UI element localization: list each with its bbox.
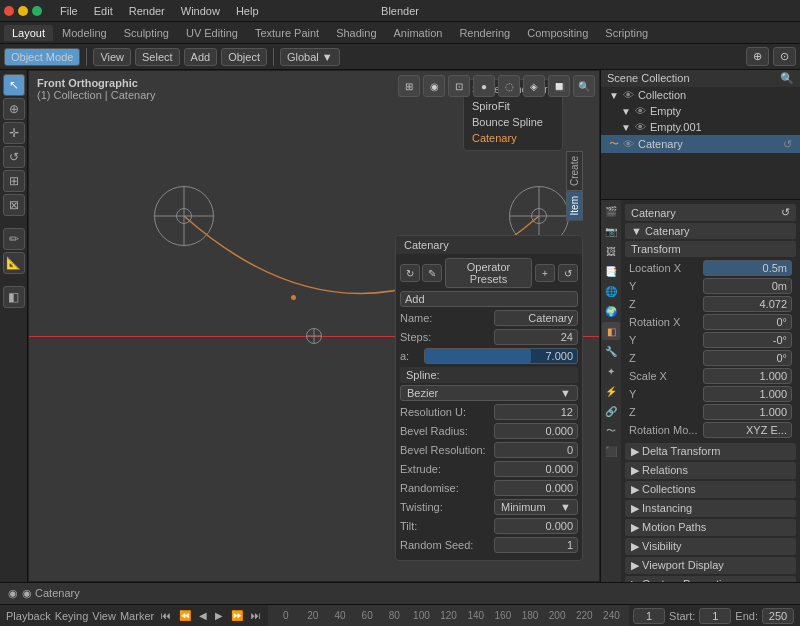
collections-header[interactable]: ▶ Collections (625, 481, 796, 498)
tl-play-reverse[interactable]: ◀ (196, 609, 210, 622)
object-menu[interactable]: Object (221, 48, 267, 66)
res-u-value[interactable]: 12 (494, 404, 578, 420)
random-seed-value[interactable]: 1 (494, 537, 578, 553)
rotation-y-value[interactable]: -0° (703, 332, 792, 348)
ws-rendering[interactable]: Rendering (451, 25, 518, 41)
snap-btn[interactable]: ⊕ (746, 47, 769, 66)
constraints-icon[interactable]: 🔗 (602, 402, 620, 420)
start-frame[interactable]: 1 (699, 608, 731, 624)
3d-cursor[interactable] (306, 328, 322, 344)
op-icon2[interactable]: ✎ (422, 264, 442, 282)
item-tab[interactable]: Item (566, 191, 583, 220)
sg-bounce[interactable]: Bounce Spline (472, 114, 554, 130)
name-input[interactable]: Catenary (494, 310, 578, 326)
delta-transform-header[interactable]: ▶ Delta Transform (625, 443, 796, 460)
maximize-button[interactable] (32, 6, 42, 16)
tl-keying[interactable]: Keying (55, 610, 89, 622)
location-y-value[interactable]: 0m (703, 278, 792, 294)
transform-dropdown[interactable]: Global ▼ (280, 48, 340, 66)
view-layer-icon[interactable]: 📑 (602, 262, 620, 280)
randomise-value[interactable]: 0.000 (494, 480, 578, 496)
outliner-item-empty[interactable]: ▼ 👁 Empty (601, 103, 800, 119)
move-tool[interactable]: ✛ (3, 122, 25, 144)
a-slider[interactable]: 7.000 (424, 348, 578, 364)
tl-prev-frame[interactable]: ⏪ (176, 609, 194, 622)
data-icon[interactable]: 〜 (602, 422, 620, 440)
sg-catenary[interactable]: Catenary (472, 130, 554, 146)
scene-icon[interactable]: 🎬 (602, 202, 620, 220)
visibility-header[interactable]: ▶ Visibility (625, 538, 796, 555)
rotate-tool[interactable]: ↺ (3, 146, 25, 168)
instancing-header[interactable]: ▶ Instancing (625, 500, 796, 517)
timeline-scroll[interactable]: 0 20 40 60 80 100 120 140 160 180 200 22… (268, 605, 629, 626)
spline-dropdown[interactable]: Bezier ▼ (400, 385, 578, 401)
create-tab[interactable]: Create (566, 151, 583, 191)
motion-paths-header[interactable]: ▶ Motion Paths (625, 519, 796, 536)
sg-spirofit[interactable]: SpiroFit (472, 98, 554, 114)
scale-tool[interactable]: ⊞ (3, 170, 25, 192)
ws-animation[interactable]: Animation (386, 25, 451, 41)
shading-btn[interactable]: ● (473, 75, 495, 97)
add-preset-dropdown[interactable]: Operator Presets (445, 258, 532, 288)
location-z-value[interactable]: 4.072 (703, 296, 792, 312)
ws-layout[interactable]: Layout (4, 25, 53, 41)
ws-scripting[interactable]: Scripting (597, 25, 656, 41)
outliner-item-catenary[interactable]: 〜 👁 Catenary ↺ (601, 135, 800, 153)
shading-btn4[interactable]: 🔲 (548, 75, 570, 97)
end-frame[interactable]: 250 (762, 608, 794, 624)
overlay-btn[interactable]: ◉ (423, 75, 445, 97)
search-icon[interactable]: 🔍 (780, 72, 794, 85)
add-button[interactable]: Add (400, 291, 578, 307)
physics-icon[interactable]: ⚡ (602, 382, 620, 400)
bevel-radius-value[interactable]: 0.000 (494, 423, 578, 439)
extrude-value[interactable]: 0.000 (494, 461, 578, 477)
left-handle[interactable] (154, 186, 214, 246)
catenary-operator-panel[interactable]: Catenary ↻ ✎ Operator Presets + ↺ Add (395, 235, 583, 561)
rotation-mode-value[interactable]: XYZ E... (703, 422, 792, 438)
close-button[interactable] (4, 6, 14, 16)
cursor-tool[interactable]: ⊕ (3, 98, 25, 120)
tl-skip-end[interactable]: ⏭ (248, 609, 264, 622)
scene-props-icon[interactable]: 🌐 (602, 282, 620, 300)
output-icon[interactable]: 🖼 (602, 242, 620, 260)
current-frame[interactable]: 1 (633, 608, 665, 624)
tl-skip-start[interactable]: ⏮ (158, 609, 174, 622)
scale-y-value[interactable]: 1.000 (703, 386, 792, 402)
bevel-res-value[interactable]: 0 (494, 442, 578, 458)
xray-btn[interactable]: ⊡ (448, 75, 470, 97)
menu-edit[interactable]: Edit (90, 3, 117, 19)
ws-shading[interactable]: Shading (328, 25, 384, 41)
ws-sculpting[interactable]: Sculpting (116, 25, 177, 41)
steps-value[interactable]: 24 (494, 329, 578, 345)
ws-modeling[interactable]: Modeling (54, 25, 115, 41)
proportional-btn[interactable]: ⊙ (773, 47, 796, 66)
viewport[interactable]: Front Orthographic (1) Collection | Cate… (28, 70, 600, 582)
outliner-item-collection[interactable]: ▼ 👁 Collection (601, 87, 800, 103)
add-menu[interactable]: Add (184, 48, 218, 66)
view-menu[interactable]: View (93, 48, 131, 66)
object-icon[interactable]: ◧ (602, 322, 620, 340)
menu-help[interactable]: Help (232, 3, 263, 19)
mode-selector[interactable]: Object Mode (4, 48, 80, 66)
refresh-btn[interactable]: ↺ (558, 264, 578, 282)
scale-z-value[interactable]: 1.000 (703, 404, 792, 420)
scale-x-value[interactable]: 1.000 (703, 368, 792, 384)
select-tool[interactable]: ↖ (3, 74, 25, 96)
shading-btn2[interactable]: ◌ (498, 75, 520, 97)
rotation-z-value[interactable]: 0° (703, 350, 792, 366)
rotation-x-value[interactable]: 0° (703, 314, 792, 330)
tl-playback[interactable]: Playback (6, 610, 51, 622)
render-icon[interactable]: 📷 (602, 222, 620, 240)
tl-marker[interactable]: Marker (120, 610, 154, 622)
ws-uv[interactable]: UV Editing (178, 25, 246, 41)
world-icon[interactable]: 🌍 (602, 302, 620, 320)
tilt-value[interactable]: 0.000 (494, 518, 578, 534)
relations-header[interactable]: ▶ Relations (625, 462, 796, 479)
measure-tool[interactable]: 📐 (3, 252, 25, 274)
annotate-tool[interactable]: ✏ (3, 228, 25, 250)
search-btn[interactable]: 🔍 (573, 75, 595, 97)
modifier-icon[interactable]: 🔧 (602, 342, 620, 360)
transform-tool[interactable]: ⊠ (3, 194, 25, 216)
particles-icon[interactable]: ✦ (602, 362, 620, 380)
menu-file[interactable]: File (56, 3, 82, 19)
